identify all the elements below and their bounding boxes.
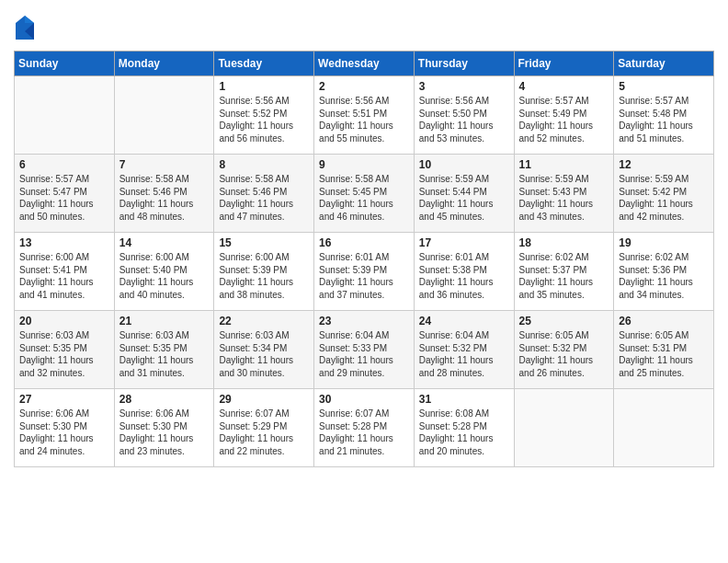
calendar-cell: 6Sunrise: 5:57 AMSunset: 5:47 PMDaylight… [15, 155, 115, 233]
day-number: 5 [619, 80, 709, 93]
calendar-cell: 16Sunrise: 6:01 AMSunset: 5:39 PMDayligh… [314, 233, 415, 311]
calendar-cell: 21Sunrise: 6:03 AMSunset: 5:35 PMDayligh… [114, 311, 214, 389]
cell-content: Sunrise: 6:01 AMSunset: 5:39 PMDaylight:… [319, 251, 409, 301]
cell-content: Sunrise: 5:58 AMSunset: 5:45 PMDaylight:… [319, 173, 409, 223]
calendar-cell: 17Sunrise: 6:01 AMSunset: 5:38 PMDayligh… [414, 233, 514, 311]
day-number: 1 [219, 80, 309, 93]
day-number: 9 [319, 158, 409, 171]
cell-content: Sunrise: 6:07 AMSunset: 5:28 PMDaylight:… [319, 408, 409, 457]
calendar-cell: 3Sunrise: 5:56 AMSunset: 5:50 PMDaylight… [414, 76, 514, 155]
cell-content: Sunrise: 6:06 AMSunset: 5:30 PMDaylight:… [19, 408, 109, 457]
day-number: 26 [619, 315, 709, 327]
week-row-5: 27Sunrise: 6:06 AMSunset: 5:30 PMDayligh… [15, 389, 714, 467]
week-row-2: 6Sunrise: 5:57 AMSunset: 5:47 PMDaylight… [15, 155, 714, 233]
day-header-saturday: Saturday [614, 52, 714, 76]
calendar-cell: 10Sunrise: 5:59 AMSunset: 5:44 PMDayligh… [414, 155, 514, 233]
day-number: 12 [619, 158, 709, 171]
calendar-cell: 14Sunrise: 6:00 AMSunset: 5:40 PMDayligh… [114, 233, 214, 311]
cell-content: Sunrise: 6:08 AMSunset: 5:28 PMDaylight:… [419, 408, 509, 457]
day-number: 21 [119, 315, 210, 327]
week-row-1: 1Sunrise: 5:56 AMSunset: 5:52 PMDaylight… [15, 76, 714, 155]
day-number: 29 [219, 393, 309, 406]
calendar-cell: 11Sunrise: 5:59 AMSunset: 5:43 PMDayligh… [514, 155, 614, 233]
day-number: 14 [119, 236, 210, 249]
calendar-cell: 7Sunrise: 5:58 AMSunset: 5:46 PMDaylight… [114, 155, 214, 233]
cell-content: Sunrise: 6:06 AMSunset: 5:30 PMDaylight:… [119, 408, 210, 457]
cell-content: Sunrise: 5:56 AMSunset: 5:51 PMDaylight:… [319, 95, 409, 144]
calendar-cell: 31Sunrise: 6:08 AMSunset: 5:28 PMDayligh… [414, 389, 514, 467]
day-number: 20 [19, 315, 109, 327]
svg-marker-1 [25, 16, 34, 23]
calendar-cell: 30Sunrise: 6:07 AMSunset: 5:28 PMDayligh… [314, 389, 415, 467]
day-number: 25 [519, 315, 609, 327]
calendar-cell: 15Sunrise: 6:00 AMSunset: 5:39 PMDayligh… [214, 233, 314, 311]
day-number: 13 [19, 236, 109, 249]
calendar-cell: 5Sunrise: 5:57 AMSunset: 5:48 PMDaylight… [614, 76, 714, 155]
cell-content: Sunrise: 5:57 AMSunset: 5:49 PMDaylight:… [519, 95, 609, 144]
calendar-cell: 23Sunrise: 6:04 AMSunset: 5:33 PMDayligh… [314, 311, 415, 389]
cell-content: Sunrise: 6:01 AMSunset: 5:38 PMDaylight:… [419, 251, 509, 301]
day-number: 15 [219, 236, 309, 249]
calendar-cell: 29Sunrise: 6:07 AMSunset: 5:29 PMDayligh… [214, 389, 314, 467]
cell-content: Sunrise: 6:04 AMSunset: 5:33 PMDaylight:… [319, 329, 409, 379]
day-number: 7 [119, 158, 210, 171]
day-number: 8 [219, 158, 309, 171]
day-number: 11 [519, 158, 609, 171]
day-number: 16 [319, 236, 409, 249]
cell-content: Sunrise: 6:05 AMSunset: 5:32 PMDaylight:… [519, 329, 609, 379]
calendar-cell [15, 76, 115, 155]
cell-content: Sunrise: 6:02 AMSunset: 5:36 PMDaylight:… [619, 251, 709, 301]
logo-icon [14, 14, 36, 41]
calendar-header-row: SundayMondayTuesdayWednesdayThursdayFrid… [15, 52, 714, 76]
calendar-cell: 1Sunrise: 5:56 AMSunset: 5:52 PMDaylight… [214, 76, 314, 155]
cell-content: Sunrise: 6:03 AMSunset: 5:35 PMDaylight:… [19, 329, 109, 379]
day-number: 28 [119, 393, 210, 406]
day-number: 31 [419, 393, 509, 406]
day-number: 27 [19, 393, 109, 406]
day-header-sunday: Sunday [15, 52, 115, 76]
cell-content: Sunrise: 6:07 AMSunset: 5:29 PMDaylight:… [219, 408, 309, 457]
day-number: 4 [519, 80, 609, 93]
cell-content: Sunrise: 6:03 AMSunset: 5:34 PMDaylight:… [219, 329, 309, 379]
day-number: 23 [319, 315, 409, 327]
calendar-cell: 26Sunrise: 6:05 AMSunset: 5:31 PMDayligh… [614, 311, 714, 389]
calendar-body: 1Sunrise: 5:56 AMSunset: 5:52 PMDaylight… [15, 76, 714, 467]
cell-content: Sunrise: 5:58 AMSunset: 5:46 PMDaylight:… [219, 173, 309, 223]
calendar-cell: 12Sunrise: 5:59 AMSunset: 5:42 PMDayligh… [614, 155, 714, 233]
cell-content: Sunrise: 6:00 AMSunset: 5:40 PMDaylight:… [119, 251, 210, 301]
day-number: 17 [419, 236, 509, 249]
cell-content: Sunrise: 5:59 AMSunset: 5:42 PMDaylight:… [619, 173, 709, 223]
calendar-cell [514, 389, 614, 467]
calendar-cell: 22Sunrise: 6:03 AMSunset: 5:34 PMDayligh… [214, 311, 314, 389]
calendar-cell: 27Sunrise: 6:06 AMSunset: 5:30 PMDayligh… [15, 389, 115, 467]
week-row-4: 20Sunrise: 6:03 AMSunset: 5:35 PMDayligh… [15, 311, 714, 389]
day-number: 10 [419, 158, 509, 171]
cell-content: Sunrise: 5:57 AMSunset: 5:48 PMDaylight:… [619, 95, 709, 144]
cell-content: Sunrise: 6:00 AMSunset: 5:41 PMDaylight:… [19, 251, 109, 301]
calendar-cell: 25Sunrise: 6:05 AMSunset: 5:32 PMDayligh… [514, 311, 614, 389]
cell-content: Sunrise: 5:56 AMSunset: 5:50 PMDaylight:… [419, 95, 509, 144]
cell-content: Sunrise: 5:58 AMSunset: 5:46 PMDaylight:… [119, 173, 210, 223]
cell-content: Sunrise: 5:59 AMSunset: 5:43 PMDaylight:… [519, 173, 609, 223]
calendar-cell: 18Sunrise: 6:02 AMSunset: 5:37 PMDayligh… [514, 233, 614, 311]
calendar-cell [114, 76, 214, 155]
day-number: 6 [19, 158, 109, 171]
cell-content: Sunrise: 6:05 AMSunset: 5:31 PMDaylight:… [619, 329, 709, 379]
calendar-cell: 2Sunrise: 5:56 AMSunset: 5:51 PMDaylight… [314, 76, 415, 155]
day-number: 3 [419, 80, 509, 93]
day-number: 22 [219, 315, 309, 327]
day-number: 2 [319, 80, 409, 93]
cell-content: Sunrise: 6:03 AMSunset: 5:35 PMDaylight:… [119, 329, 210, 379]
day-header-friday: Friday [514, 52, 614, 76]
header [14, 14, 714, 41]
calendar-cell: 20Sunrise: 6:03 AMSunset: 5:35 PMDayligh… [15, 311, 115, 389]
day-number: 30 [319, 393, 409, 406]
calendar-cell: 4Sunrise: 5:57 AMSunset: 5:49 PMDaylight… [514, 76, 614, 155]
calendar-cell: 28Sunrise: 6:06 AMSunset: 5:30 PMDayligh… [114, 389, 214, 467]
cell-content: Sunrise: 6:00 AMSunset: 5:39 PMDaylight:… [219, 251, 309, 301]
logo [14, 14, 38, 41]
day-number: 19 [619, 236, 709, 249]
calendar-cell [614, 389, 714, 467]
day-header-tuesday: Tuesday [214, 52, 314, 76]
cell-content: Sunrise: 5:56 AMSunset: 5:52 PMDaylight:… [219, 95, 309, 144]
